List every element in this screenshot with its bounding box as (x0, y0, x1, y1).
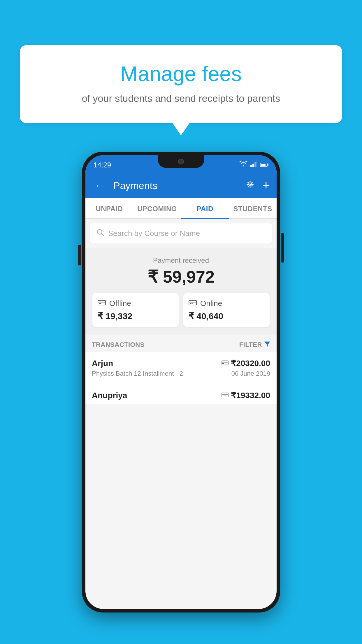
svg-rect-5 (261, 164, 266, 166)
svg-rect-3 (256, 161, 257, 167)
settings-button[interactable] (245, 179, 255, 192)
svg-text:₹: ₹ (224, 395, 226, 397)
transaction-row[interactable]: Arjun ₹20320.00 (85, 352, 277, 384)
payment-cards: ₹ Offline ₹ 19,332 (92, 293, 270, 327)
search-icon (96, 229, 104, 238)
transaction-bottom: Physics Batch 12 Installment - 2 06 June… (92, 370, 270, 377)
transaction-type-icon-2: ₹ (222, 392, 229, 399)
tab-paid[interactable]: PAID (181, 198, 229, 218)
svg-rect-30 (222, 363, 224, 364)
svg-rect-28 (222, 361, 228, 365)
transactions-label: TRANSACTIONS (92, 341, 145, 349)
transaction-amount-2: ₹19332.00 (231, 391, 270, 400)
status-time: 14:29 (94, 161, 111, 169)
tab-students[interactable]: STUDENTS (229, 198, 277, 218)
online-amount: ₹ 40,640 (189, 311, 264, 321)
transaction-name: Arjun (92, 359, 113, 368)
svg-rect-12 (252, 184, 254, 185)
svg-rect-21 (99, 303, 101, 304)
transaction-top-partial: Anupriya ₹ ₹19332.00 (92, 391, 270, 400)
svg-marker-27 (264, 342, 270, 347)
bubble-subtitle: of your students and send receipts to pa… (37, 92, 325, 106)
add-button[interactable]: + (262, 178, 270, 192)
transaction-name-2: Anupriya (92, 391, 127, 400)
svg-rect-9 (250, 181, 251, 182)
tabs-bar: UNPAID UPCOMING PAID STUDENTS (85, 198, 277, 219)
search-bar[interactable]: Search by Course or Name (90, 223, 272, 244)
filter-icon (264, 341, 270, 349)
svg-rect-23 (189, 300, 196, 305)
wifi-icon (239, 161, 247, 169)
camera (178, 159, 184, 164)
payment-received-amount: ₹ 59,972 (92, 267, 270, 287)
app-bar: ← Payments (85, 173, 277, 198)
speech-bubble: Manage fees of your students and send re… (20, 45, 342, 123)
svg-rect-10 (250, 186, 251, 188)
phone-screen: 14:29 (85, 155, 277, 609)
svg-rect-6 (268, 164, 268, 166)
online-card-header: Online (189, 299, 264, 308)
offline-icon: ₹ (98, 299, 106, 308)
offline-card-header: ₹ Offline (98, 299, 173, 308)
svg-rect-25 (190, 303, 191, 304)
transaction-top: Arjun ₹20320.00 (92, 358, 270, 368)
transactions-header: TRANSACTIONS FILTER (85, 335, 277, 352)
online-icon (189, 299, 197, 308)
svg-rect-2 (254, 162, 256, 167)
svg-rect-1 (252, 164, 254, 167)
svg-line-18 (101, 234, 104, 236)
payment-received-label: Payment received (92, 256, 270, 265)
phone-device: 14:29 (82, 152, 280, 612)
transaction-type-icon (222, 360, 229, 367)
svg-rect-11 (247, 184, 248, 185)
transaction-amount-wrap: ₹20320.00 (222, 358, 270, 368)
svg-text:₹: ₹ (100, 300, 101, 302)
payment-summary: Payment received ₹ 59,972 (85, 248, 277, 335)
online-card: Online ₹ 40,640 (183, 293, 270, 327)
offline-label: Offline (109, 299, 131, 308)
transaction-amount: ₹20320.00 (231, 358, 270, 368)
phone-notch (158, 155, 204, 168)
svg-point-8 (249, 184, 251, 185)
transaction-amount-wrap-2: ₹ ₹19332.00 (222, 391, 270, 400)
transaction-date: 06 June 2019 (231, 370, 270, 377)
offline-card: ₹ Offline ₹ 19,332 (92, 293, 179, 327)
offline-amount: ₹ 19,332 (98, 311, 173, 321)
search-placeholder: Search by Course or Name (108, 229, 200, 238)
signal-icon (250, 161, 257, 169)
filter-label: FILTER (239, 341, 262, 349)
transaction-row-partial[interactable]: Anupriya ₹ ₹19332.00 (85, 384, 277, 404)
status-icons (239, 161, 268, 169)
svg-rect-0 (250, 165, 252, 167)
filter-button[interactable]: FILTER (239, 341, 270, 349)
content-area: Search by Course or Name Payment receive… (85, 219, 277, 404)
battery-icon (260, 161, 268, 169)
tab-upcoming[interactable]: UPCOMING (133, 198, 181, 218)
svg-rect-19 (98, 300, 106, 305)
app-title: Payments (113, 180, 239, 191)
online-label: Online (200, 299, 222, 308)
back-button[interactable]: ← (92, 177, 108, 194)
bubble-title: Manage fees (37, 61, 325, 86)
phone-frame: 14:29 (82, 152, 280, 612)
tab-unpaid[interactable]: UNPAID (85, 198, 133, 218)
svg-rect-26 (191, 303, 193, 304)
app-bar-actions: + (245, 178, 270, 192)
speech-bubble-section: Manage fees of your students and send re… (20, 45, 342, 123)
transaction-detail: Physics Batch 12 Installment - 2 (92, 370, 183, 377)
